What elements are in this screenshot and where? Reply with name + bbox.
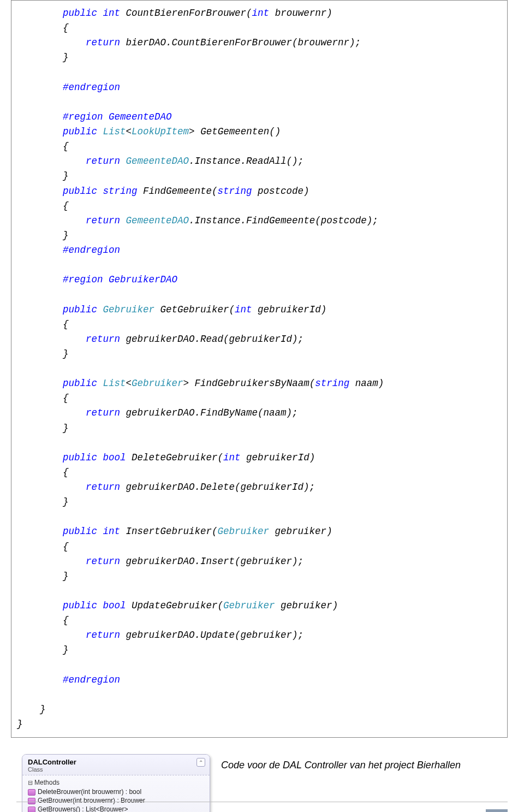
code-line: return gebruikerDAO.Update(gebruiker); [17, 630, 303, 641]
class-diagram-header: DALController Class ⌃ [22, 755, 210, 775]
code-line: return gebruikerDAO.Insert(gebruiker); [17, 556, 303, 567]
figure-caption: Code voor de DAL Controller van het proj… [221, 760, 461, 771]
footer-page-number: 10 [486, 809, 508, 812]
code-line: public List<LookUpItem> GetGemeenten() [17, 126, 281, 137]
code-line: { [17, 319, 69, 330]
class-stereotype: Class [28, 766, 204, 773]
code-line: public string FindGemeente(string postco… [17, 186, 309, 197]
code-line: return gebruikerDAO.Read(gebruikerId); [17, 334, 303, 345]
code-line: } [17, 170, 69, 181]
code-line: } [17, 230, 69, 241]
page-footer: Bijlage 1: DalController Bierhallen 10 [332, 809, 508, 812]
code-line: public bool UpdateGebruiker(Gebruiker ge… [17, 600, 338, 611]
code-line: public int InsertGebruiker(Gebruiker geb… [17, 526, 332, 537]
code-line: { [17, 467, 69, 478]
code-line: return GemeenteDAO.Instance.FindGemeente… [17, 215, 378, 226]
code-line: { [17, 615, 69, 626]
collapse-icon[interactable]: ⌃ [196, 758, 205, 767]
methods-heading: Methods [28, 778, 204, 787]
code-line: public Gebruiker GetGebruiker(int gebrui… [17, 304, 326, 315]
code-line: #region GebruikerDAO [17, 274, 177, 285]
method-item: GetBrouwer(int brouwernr) : Brouwer [28, 796, 204, 805]
code-line: return bierDAO.CountBierenForBrouwer(bro… [17, 37, 361, 48]
class-name: DALController [28, 758, 204, 766]
code-line: } [17, 52, 69, 63]
code-line: return GemeenteDAO.Instance.ReadAll(); [17, 156, 303, 167]
code-line: #endregion [17, 674, 120, 685]
code-line: public bool DeleteGebruiker(int gebruike… [17, 452, 315, 463]
methods-section: Methods DeleteBrouwer(int brouwernr) : b… [22, 775, 210, 812]
code-line: { [17, 393, 69, 404]
code-line: public int CountBierenForBrouwer(int bro… [17, 8, 332, 19]
footer-rule [16, 802, 508, 802]
code-line: } [17, 644, 69, 655]
code-block: public int CountBierenForBrouwer(int bro… [11, 0, 508, 738]
code-line: } [17, 571, 69, 582]
code-line: #region GemeenteDAO [17, 111, 172, 122]
code-line: #endregion [17, 245, 120, 256]
code-line: return gebruikerDAO.Delete(gebruikerId); [17, 482, 315, 493]
code-line: { [17, 22, 69, 33]
code-line: } [17, 496, 69, 507]
code-line: } [17, 704, 46, 715]
code-line: { [17, 141, 69, 152]
code-line: #endregion [17, 82, 120, 93]
method-item: DeleteBrouwer(int brouwernr) : bool [28, 787, 204, 796]
code-line: public List<Gebruiker> FindGebruikersByN… [17, 378, 384, 389]
code-line: } [17, 719, 23, 730]
code-line: return gebruikerDAO.FindByName(naam); [17, 407, 298, 418]
code-line: } [17, 348, 69, 359]
method-item: GetBrouwers() : List<Brouwer> [28, 805, 204, 812]
code-line: { [17, 541, 69, 552]
class-diagram: DALController Class ⌃ Methods DeleteBrou… [22, 754, 210, 812]
code-line: } [17, 423, 69, 434]
code-line: { [17, 200, 69, 211]
